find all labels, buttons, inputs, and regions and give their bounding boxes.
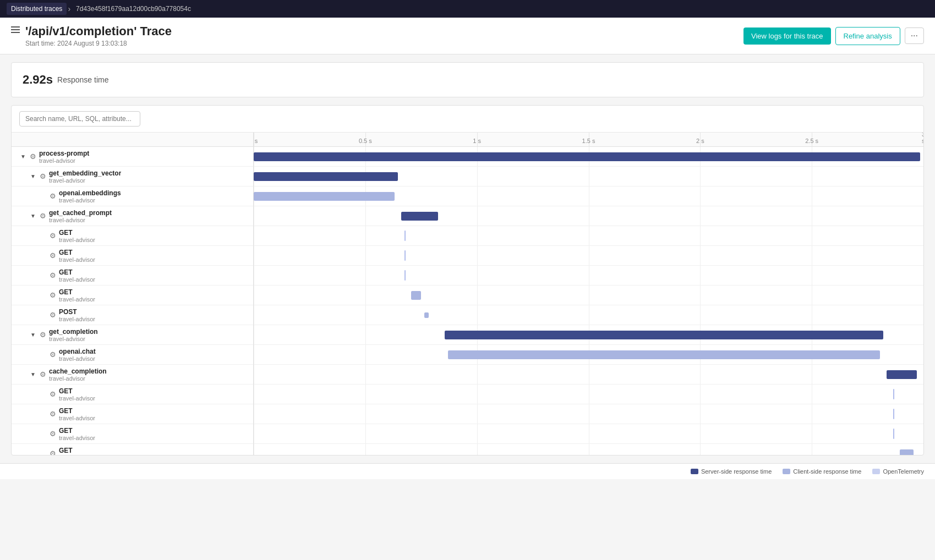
span-name-row[interactable]: ⚙GETtravel-advisor [12,404,253,424]
span-timeline-row [254,365,923,385]
span-name-row[interactable]: ⚙GETtravel-advisor [12,246,253,266]
span-name-row[interactable]: ⚙GETtravel-advisor [12,286,253,305]
span-name-cell: ⚙GETtravel-advisor [12,229,253,243]
timeline-scroll[interactable] [254,147,923,455]
timeline-grid-line [477,226,478,245]
legend-item: Server-side response time [691,468,772,475]
timeline-grid-line [477,444,478,455]
timeline-grid-line [254,404,254,424]
span-name-sub: travel-advisor [49,217,112,223]
legend-swatch [783,469,790,474]
expand-button [39,193,47,200]
span-bar [448,350,880,359]
timeline-grid-line [365,424,366,443]
span-name-row[interactable]: ⚙openai.chattravel-advisor [12,345,253,365]
span-name-sub: travel-advisor [59,296,95,303]
expand-button[interactable]: ▼ [29,212,37,220]
timeline-grid-line [365,325,366,344]
span-name-sub: travel-advisor [59,276,95,283]
expand-button[interactable]: ▼ [29,371,37,378]
timeline-grid-line [477,305,478,325]
view-logs-button[interactable]: View logs for this trace [743,28,831,45]
span-timeline-row [254,444,923,455]
expand-button[interactable]: ▼ [19,153,27,161]
timeline-grid-line [254,286,254,305]
menu-icon[interactable] [11,26,20,33]
breadcrumb-bar: Distributed traces › 7d43e458f1679aa12d0… [0,0,935,18]
span-bar [404,230,406,241]
timeline-grid-line [254,206,254,226]
timeline-grid-line [365,404,366,424]
timeline-grid-line [365,226,366,245]
timeline-grid-line [812,404,812,424]
span-name-sub: travel-advisor [49,375,107,382]
span-name-row[interactable]: ⚙POSTtravel-advisor [12,305,253,325]
span-name-text: get_cached_prompttravel-advisor [49,209,112,223]
timeline-grid-line [589,206,589,226]
span-name-row[interactable]: ⚙GETtravel-advisor [12,444,253,455]
span-name-row[interactable]: ▼⚙get_completiontravel-advisor [12,325,253,345]
ruler-label: 2.5 s [805,138,818,144]
page-subtitle: Start time: 2024 August 9 13:03:18 [25,40,172,47]
timeline-grid-line [365,345,366,364]
more-options-button[interactable]: ··· [905,28,924,44]
span-name-cell: ⚙GETtravel-advisor [12,268,253,283]
span-timeline-row [254,186,923,206]
timeline-grid-line [477,246,478,265]
span-name-row[interactable]: ▼⚙cache_completiontravel-advisor [12,365,253,385]
gear-icon: ⚙ [39,371,47,378]
timeline-grid-line [477,404,478,424]
timeline-grid-line [812,424,812,443]
timeline-grid-line [589,186,589,206]
span-name-cell: ▼⚙get_completiontravel-advisor [12,328,253,342]
expand-button [39,430,47,438]
refine-analysis-button[interactable]: Refine analysis [835,27,900,45]
gear-icon: ⚙ [49,193,57,200]
timeline-grid-line [589,305,589,325]
span-timeline-row [254,305,923,325]
ruler-label: 1 s [473,138,481,144]
span-name-row[interactable]: ▼⚙get_cached_prompttravel-advisor [12,206,253,226]
span-name-main: get_completion [49,328,98,336]
gear-icon: ⚙ [49,292,57,299]
timeline-grid-line [812,167,812,186]
time-ruler: 0 s0.5 s1 s1.5 s2 s2.5 s3 s [254,133,923,147]
expand-button [39,252,47,260]
span-name-row[interactable]: ▼⚙process-prompttravel-advisor [12,147,253,167]
timeline-grid-line [812,206,812,226]
response-time-card: 2.92s Response time [11,62,924,97]
span-bar [900,449,913,455]
timeline-grid-line [254,266,254,285]
span-timeline-row [254,246,923,266]
span-name-row[interactable]: ⚙openai.embeddingstravel-advisor [12,186,253,206]
expand-button [39,391,47,398]
span-name-text: get_embedding_vectortravel-advisor [49,169,121,184]
timeline-grid-line [477,424,478,443]
timeline-grid-line [365,246,366,265]
expand-button [39,351,47,359]
legend-swatch [691,469,698,474]
span-timeline-row [254,206,923,226]
expand-button[interactable]: ▼ [29,173,37,180]
timeline-bars [254,147,923,455]
span-name-row[interactable]: ⚙GETtravel-advisor [12,226,253,246]
timeline-grid-line [477,365,478,384]
span-name-row[interactable]: ▼⚙get_embedding_vectortravel-advisor [12,167,253,186]
breadcrumb-home[interactable]: Distributed traces [7,3,67,15]
span-names-scroll[interactable]: ▼⚙process-prompttravel-advisor▼⚙get_embe… [12,147,253,455]
timeline-grid-line [254,444,254,455]
search-input[interactable] [19,111,140,127]
timeline-grid-line [365,206,366,226]
timeline-grid-line [700,226,701,245]
legend-bar: Server-side response timeClient-side res… [0,463,935,479]
span-name-main: GET [59,447,95,454]
span-name-row[interactable]: ⚙GETtravel-advisor [12,266,253,286]
timeline-grid-line [254,246,254,265]
span-name-row[interactable]: ⚙GETtravel-advisor [12,385,253,404]
span-name-sub: travel-advisor [39,157,89,164]
span-name-row[interactable]: ⚙GETtravel-advisor [12,424,253,444]
legend-label: OpenTelemetry [883,468,924,475]
legend-swatch [872,469,880,474]
expand-button[interactable]: ▼ [29,331,37,339]
span-name-cell: ⚙GETtravel-advisor [12,407,253,421]
